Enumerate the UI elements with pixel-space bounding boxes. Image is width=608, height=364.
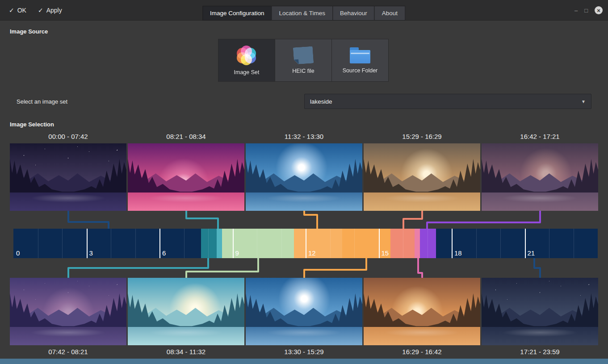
connector-line [68, 258, 208, 278]
ok-button[interactable]: ✓OK [9, 7, 26, 14]
hour-tick [525, 229, 526, 258]
hour-label: 18 [454, 249, 462, 257]
hour-gridline [574, 229, 574, 258]
timeline-segment[interactable] [294, 229, 342, 258]
lake-water [10, 327, 126, 345]
hour-label: 9 [235, 249, 239, 257]
connector-line [418, 258, 422, 278]
tab-location-times[interactable]: Location & Times [271, 6, 333, 21]
wallpaper-thumbnail[interactable] [128, 278, 244, 345]
time-range-label: 15:29 - 16:29 [364, 133, 480, 140]
connector-line [427, 210, 540, 229]
timeline-segment[interactable] [201, 229, 217, 258]
time-range-label: 11:32 - 13:30 [246, 133, 362, 140]
connector-line [534, 258, 540, 278]
hour-gridline [354, 229, 355, 258]
hour-gridline [184, 229, 184, 258]
hour-label: 15 [382, 249, 389, 257]
wallpaper-thumbnail[interactable] [10, 143, 126, 211]
time-range-label: 16:42 - 17:21 [482, 133, 598, 140]
hour-gridline [111, 229, 111, 258]
tab-image-configuration[interactable]: Image Configuration [202, 6, 272, 21]
heic-file-label: HEIC file [292, 68, 314, 74]
hour-label: 0 [16, 249, 20, 257]
titlebar: ✓OK ✓Apply Image Configuration Location … [0, 0, 608, 21]
folder-icon [350, 47, 370, 63]
image-set-button[interactable]: Image Set [218, 39, 275, 82]
lake-water [128, 192, 244, 211]
lake-water [482, 192, 598, 211]
selected-image-set: lakeside [310, 98, 332, 105]
wallpaper-thumbnail[interactable] [10, 278, 126, 345]
hour-gridline [403, 229, 403, 258]
lake-water [128, 327, 244, 345]
image-set-dropdown[interactable]: lakeside ▼ [304, 94, 591, 109]
source-folder-button[interactable]: Source Folder [331, 39, 389, 82]
hour-gridline [281, 229, 282, 258]
wallpaper-thumbnail[interactable] [364, 143, 480, 211]
lake-water [364, 327, 480, 345]
minimize-button[interactable]: – [574, 7, 578, 14]
hour-label: 3 [89, 249, 93, 257]
hour-gridline [38, 229, 38, 258]
hour-tick [452, 229, 453, 258]
wallpaper-thumbnail[interactable] [482, 143, 598, 211]
time-range-label: 13:30 - 15:29 [246, 348, 362, 356]
close-button[interactable]: × [595, 6, 603, 14]
desktop-strip [0, 359, 608, 364]
lake-water [246, 327, 362, 345]
hour-gridline [135, 229, 136, 258]
lake-water [482, 327, 598, 345]
timeline[interactable]: 036912151821 [13, 229, 598, 258]
wallpaper-thumbnail[interactable] [364, 278, 480, 345]
time-range-label: 08:34 - 11:32 [128, 348, 244, 356]
hour-label: 12 [308, 249, 316, 257]
timeline-segment[interactable] [217, 229, 222, 258]
tab-behaviour[interactable]: Behaviour [332, 6, 375, 21]
timeline-segment[interactable] [13, 229, 201, 258]
titlebar-actions: ✓OK ✓Apply [9, 0, 62, 21]
hour-gridline [428, 229, 428, 258]
hour-gridline [257, 229, 257, 258]
wallpaper-thumbnail[interactable] [482, 278, 598, 345]
wallpaper-thumbnail[interactable] [246, 278, 362, 345]
chevron-down-icon: ▼ [581, 99, 586, 104]
check-icon: ✓ [9, 7, 14, 14]
image-source-section-title: Image Source [10, 28, 48, 35]
time-range-label: 16:29 - 16:42 [364, 348, 480, 356]
image-source-type-group: Image Set HEIC file Source Folder [218, 39, 389, 82]
check-icon: ✓ [38, 7, 43, 14]
time-range-label: 17:21 - 23:59 [482, 348, 598, 356]
apply-label: Apply [46, 7, 62, 14]
apply-button[interactable]: ✓Apply [38, 7, 62, 14]
select-image-set-label: Select an image set [17, 98, 67, 105]
wallpaper-thumbnail[interactable] [128, 143, 244, 211]
wallpaper-thumbnail[interactable] [246, 143, 362, 211]
hour-tick [159, 229, 160, 258]
connector-line [403, 210, 422, 229]
time-range-label: 07:42 - 08:21 [10, 348, 126, 356]
image-selection-section-title: Image Selection [10, 121, 54, 128]
connector-line [68, 210, 109, 229]
timeline-track: 036912151821 [13, 229, 598, 258]
image-set-label: Image Set [234, 69, 260, 75]
hour-gridline [549, 229, 549, 258]
hour-gridline [208, 229, 209, 258]
hour-tick [379, 229, 380, 258]
connector-line [186, 210, 218, 229]
hour-gridline [500, 229, 501, 258]
timeline-segment[interactable] [390, 229, 415, 258]
hour-gridline [330, 229, 331, 258]
hour-tick [306, 229, 306, 258]
hour-tick [87, 229, 88, 258]
timeline-segment[interactable] [420, 229, 436, 258]
timeline-segment[interactable] [415, 229, 420, 258]
ok-label: OK [17, 7, 26, 14]
maximize-button[interactable]: □ [584, 7, 588, 14]
tab-about[interactable]: About [374, 6, 405, 21]
color-wheel-icon [236, 46, 257, 65]
hour-gridline [476, 229, 477, 258]
lake-water [246, 192, 362, 211]
hour-label: 21 [528, 249, 535, 257]
heic-file-button[interactable]: HEIC file [275, 39, 332, 82]
